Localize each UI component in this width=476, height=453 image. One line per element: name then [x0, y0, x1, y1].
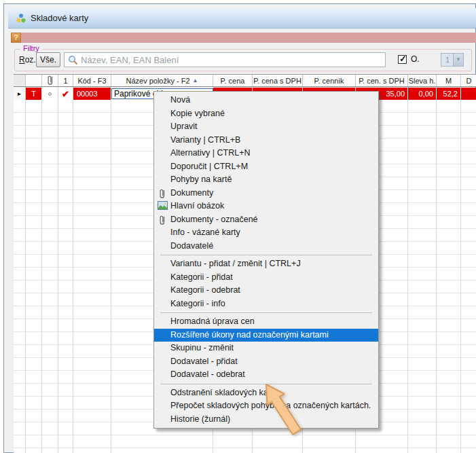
image-icon — [158, 201, 168, 212]
menu-item-label: Upravit — [170, 122, 198, 131]
menu-item-dodavatelé[interactable]: Dodavatelé — [154, 240, 378, 253]
search-box — [64, 52, 386, 67]
app-logo-icon — [16, 13, 26, 24]
menu-item-label: Varianty | CTRL+B — [170, 135, 240, 145]
cursor-arrow-icon — [262, 382, 306, 439]
menu-item-label: Info - vázané karty — [170, 228, 240, 237]
row-cell-10[interactable]: 0,00 — [408, 88, 437, 100]
column-label: Sleva h. — [409, 77, 436, 85]
menu-item-skupinu-změnit[interactable]: Skupinu - změnit — [154, 342, 378, 355]
column-header-col0[interactable] — [14, 75, 26, 86]
menu-item-variantu-přidat-změnit-ctrl-j[interactable]: Variantu - přidat / změnit | CTRL+J — [154, 257, 378, 271]
o-checkbox-label: O. — [411, 54, 420, 64]
column-label: P. cennik — [314, 77, 344, 85]
menu-item-upravit[interactable]: Upravit — [154, 120, 378, 134]
column-header-m[interactable]: M — [437, 75, 461, 86]
menu-item-dokumenty[interactable]: Dokumenty — [154, 187, 378, 200]
column-label: P. cena — [221, 77, 245, 85]
menu-item-rozšířené-úkony-nad-označenými-kartami[interactable]: Rozšířené úkony nad označenými kartami — [154, 329, 378, 342]
row-cell-11[interactable]: 52,2 — [437, 88, 461, 100]
row-pointer-icon: ► — [17, 91, 22, 97]
row-cell-4[interactable]: 00003 — [73, 88, 111, 100]
check-icon: ✔ — [62, 89, 69, 99]
filters-group-label: Filtry — [20, 44, 42, 52]
menu-item-label: Kategorii - přidat — [170, 272, 233, 282]
sort-asc-icon: ▲ — [193, 77, 198, 84]
menu-item-doporučit-ctrl-m[interactable]: Doporučit | CTRL+M — [154, 160, 378, 174]
roz-button[interactable]: Roz. — [19, 55, 36, 65]
grid-column-11 — [437, 100, 461, 453]
menu-item-label: Nová — [170, 95, 190, 105]
menu-item-hromadná-úprava-cen[interactable]: Hromadná úprava cen — [154, 315, 378, 329]
menu-item-label: Dokumenty — [170, 188, 213, 198]
vse-button[interactable]: Vše. — [36, 52, 60, 67]
help-button[interactable]: ? — [11, 33, 21, 43]
paperclip-icon — [158, 188, 168, 199]
menu-item-hlavní-obázok[interactable]: Hlavní obázok — [154, 200, 378, 213]
menu-item-kategorii-odebrat[interactable]: Kategorii - odebrat — [154, 284, 378, 297]
menu-item-info-vázané-karty[interactable]: Info - vázané karty — [154, 226, 378, 240]
column-header-col2[interactable] — [42, 75, 58, 86]
column-label: D — [466, 77, 472, 85]
menu-item-nová[interactable]: Nová — [154, 94, 378, 107]
context-menu: NováKopie vybranéUpravitVarianty | CTRL+… — [153, 91, 379, 429]
column-header-n-zev-polo-ky-f2[interactable]: Název položky - F2▲ — [111, 75, 213, 86]
menu-item-label: Pohyby na kartě — [170, 175, 232, 184]
o-checkbox[interactable]: ✓ — [398, 55, 407, 64]
column-label: M — [445, 77, 452, 85]
grid-column-4 — [73, 100, 111, 453]
grid-column-0 — [14, 100, 26, 453]
menu-item-label: Skupinu - změnit — [170, 343, 234, 352]
menu-item-label: Kategorii - odebrat — [170, 285, 240, 295]
column-label: P. cen. s DPH — [359, 77, 405, 85]
column-header-k-d-f3[interactable]: Kód - F3 — [73, 75, 111, 86]
menu-item-label: Kopie vybrané — [170, 109, 225, 118]
menu-item-label: Dodavatel - přidat — [170, 357, 238, 366]
menu-item-kopie-vybrané[interactable]: Kopie vybrané — [154, 107, 378, 121]
paperclip-icon — [158, 215, 168, 225]
menu-item-alternativy-ctrl-n[interactable]: Alternativy | CTRL+N — [154, 147, 378, 160]
chevron-down-icon[interactable]: ▼ — [453, 54, 463, 66]
menu-item-label: Alternativy | CTRL+N — [170, 148, 251, 158]
selected-check-cell[interactable]: ✔ — [58, 88, 73, 100]
column-label: Název položky - F2 — [126, 77, 189, 85]
column-header-d[interactable]: D — [461, 75, 476, 86]
search-icon — [68, 55, 78, 68]
column-header-col1[interactable] — [26, 75, 42, 86]
menu-item-varianty-ctrl-b[interactable]: Varianty | CTRL+B — [154, 134, 378, 147]
column-header-p-cena-s-dph[interactable]: P. cena s DPH — [253, 75, 303, 86]
menu-separator — [160, 312, 372, 313]
menu-item-label: Doporučit | CTRL+M — [170, 162, 248, 171]
menu-item-dodavatel-odebrat[interactable]: Dodavatel - odebrat — [154, 368, 378, 382]
menu-item-kategorii-info[interactable]: Kategorii - info — [154, 297, 378, 311]
menu-item-label: Hromadná úprava cen — [170, 316, 255, 326]
column-header-p-cena[interactable]: P. cena — [213, 75, 253, 86]
column-label: 1 — [63, 77, 67, 85]
paperclip-icon — [45, 75, 54, 86]
menu-item-label: Historie (žurnál) — [170, 414, 230, 424]
column-header-1[interactable]: 1 — [58, 75, 73, 86]
row-cell-12[interactable] — [461, 88, 476, 100]
row-selector[interactable]: ► — [14, 88, 26, 100]
page-combobox[interactable]: 1 ▼ — [441, 53, 464, 67]
grid-column-3 — [58, 100, 73, 453]
menu-item-dokumenty-označené[interactable]: Dokumenty - označené — [154, 213, 378, 227]
titlebar: Skladové karty — [8, 8, 476, 29]
attachment-indicator-cell[interactable] — [42, 88, 58, 100]
column-header-sleva-h-[interactable]: Sleva h. — [408, 75, 437, 86]
menu-item-dodavatel-přidat[interactable]: Dodavatel - přidat — [154, 355, 378, 369]
column-header-p-cen-s-dph[interactable]: P. cen. s DPH — [356, 75, 408, 86]
column-header-p-cennik[interactable]: P. cennik — [303, 75, 356, 86]
grid-column-10 — [408, 100, 437, 453]
menu-item-pohyby-na-kartě[interactable]: Pohyby na kartě — [154, 173, 378, 187]
row-cell-1[interactable]: T — [26, 88, 42, 100]
grid-column-2 — [42, 100, 58, 453]
app-window: Skladové karty ? Filtry Roz. Vše. ✓ O. 1… — [3, 3, 476, 453]
menu-item-kategorii-přidat[interactable]: Kategorii - přidat — [154, 271, 378, 285]
menu-item-label: Dodavatelé — [170, 241, 213, 251]
search-input[interactable] — [81, 54, 383, 66]
menu-separator — [160, 255, 372, 255]
column-label: Kód - F3 — [77, 77, 106, 85]
table-header: 1Kód - F3Název položky - F2▲P. cenaP. ce… — [14, 74, 476, 87]
menu-item-label: Dokumenty - označené — [170, 215, 258, 224]
